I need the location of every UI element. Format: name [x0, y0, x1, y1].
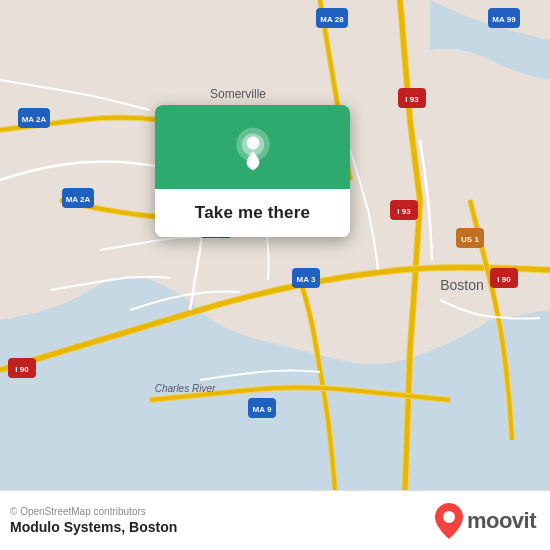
svg-text:MA 2A: MA 2A — [66, 195, 91, 204]
moovit-wordmark: moovit — [467, 508, 536, 534]
location-pin-icon — [231, 127, 275, 171]
svg-text:I 90: I 90 — [497, 275, 511, 284]
location-label: Modulo Systems, Boston — [10, 519, 177, 535]
take-me-there-button[interactable]: Take me there — [155, 189, 350, 237]
map-container: MA 2A MA 2A MA 28 MA 99 I 93 I 93 US 1 I… — [0, 0, 550, 490]
svg-text:MA 99: MA 99 — [492, 15, 516, 24]
svg-point-29 — [246, 137, 259, 150]
copyright-text: © OpenStreetMap contributors — [10, 506, 177, 517]
popup-header — [155, 105, 350, 189]
bottom-bar: © OpenStreetMap contributors Modulo Syst… — [0, 490, 550, 550]
svg-text:MA 3: MA 3 — [297, 275, 316, 284]
svg-text:MA 2A: MA 2A — [22, 115, 47, 124]
popup-tail — [243, 236, 263, 237]
bottom-left-info: © OpenStreetMap contributors Modulo Syst… — [10, 506, 177, 535]
moovit-logo: moovit — [435, 503, 536, 539]
map-svg: MA 2A MA 2A MA 28 MA 99 I 93 I 93 US 1 I… — [0, 0, 550, 490]
svg-text:Somerville: Somerville — [210, 87, 266, 101]
svg-text:MA 9: MA 9 — [253, 405, 272, 414]
svg-text:I 93: I 93 — [397, 207, 411, 216]
svg-text:Boston: Boston — [440, 277, 484, 293]
svg-text:US 1: US 1 — [461, 235, 479, 244]
svg-text:I 93: I 93 — [405, 95, 419, 104]
moovit-pin-icon — [435, 503, 463, 539]
svg-text:MA 28: MA 28 — [320, 15, 344, 24]
svg-point-30 — [443, 511, 455, 523]
location-popup: Take me there — [155, 105, 350, 237]
svg-text:Charles River: Charles River — [155, 383, 216, 394]
svg-text:I 90: I 90 — [15, 365, 29, 374]
